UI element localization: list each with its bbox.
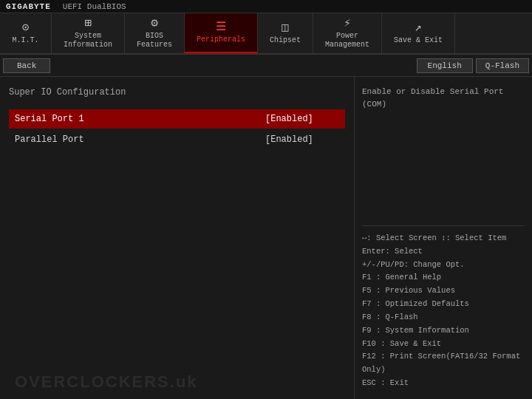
- list-item: F12 : Print Screen(FAT16/32 Format Only): [362, 350, 525, 377]
- nav-item-power[interactable]: ⚡Power Management: [313, 13, 382, 53]
- list-item: F8 : Q-Flash: [362, 311, 525, 324]
- config-name: Parallel Port: [15, 134, 265, 145]
- save-exit-label: Save & Exit: [394, 36, 443, 45]
- system-info-label: System Information: [64, 32, 112, 50]
- main-content: Super IO Configuration Serial Port 1[Ena…: [0, 77, 532, 399]
- peripherals-label: Peripherals: [197, 35, 245, 44]
- toolbar: Back English Q-Flash: [0, 55, 532, 77]
- list-item: Enter: Select: [362, 245, 525, 259]
- back-button[interactable]: Back: [3, 58, 50, 73]
- left-panel: Super IO Configuration Serial Port 1[Ena…: [0, 77, 355, 399]
- power-icon: ⚡: [344, 18, 351, 30]
- chipset-icon: ◫: [282, 22, 289, 34]
- nav-item-peripherals[interactable]: ☰Peripherals: [185, 13, 258, 53]
- qflash-button[interactable]: Q-Flash: [476, 58, 529, 73]
- list-item: F10 : Save & Exit: [362, 338, 525, 351]
- nav-item-system-info[interactable]: ⊞System Information: [52, 13, 125, 53]
- list-item: F7 : Optimized Defaults: [362, 298, 525, 311]
- nav-item-save-exit[interactable]: ↗Save & Exit: [382, 13, 455, 53]
- config-value: [Enabled]: [265, 114, 339, 124]
- peripherals-icon: ☰: [216, 21, 226, 33]
- help-text: Enable or Disable Serial Port (COM): [362, 86, 525, 216]
- nav-bar: ⊙M.I.T.⊞System Information⚙BIOS Features…: [0, 13, 532, 55]
- nav-item-chipset[interactable]: ◫Chipset: [258, 13, 313, 53]
- nav-item-bios-features[interactable]: ⚙BIOS Features: [125, 13, 185, 53]
- chipset-label: Chipset: [270, 36, 301, 45]
- key-hints: ↔: Select Screen ↕: Select ItemEnter: Se…: [362, 225, 525, 390]
- mit-icon: ⊙: [22, 22, 30, 34]
- power-label: Power Management: [325, 32, 369, 50]
- bios-features-icon: ⚙: [151, 18, 158, 30]
- nav-item-mit[interactable]: ⊙M.I.T.: [0, 13, 52, 53]
- list-item: F1 : General Help: [362, 271, 525, 284]
- section-title: Super IO Configuration: [9, 87, 345, 98]
- config-value: [Enabled]: [265, 134, 339, 145]
- table-row[interactable]: Parallel Port[Enabled]: [9, 130, 345, 149]
- list-item: F9 : System Information: [362, 324, 525, 338]
- list-item: ↔: Select Screen ↕: Select Item: [362, 232, 525, 245]
- config-name: Serial Port 1: [15, 114, 265, 124]
- right-panel: Enable or Disable Serial Port (COM) ↔: S…: [355, 77, 532, 399]
- save-exit-icon: ↗: [415, 22, 422, 34]
- top-bar: GIGABYTE UEFI DualBIOS: [0, 0, 532, 13]
- system-info-icon: ⊞: [84, 18, 92, 30]
- bios-features-label: BIOS Features: [137, 32, 172, 50]
- uefi-label: UEFI DualBIOS: [63, 2, 126, 11]
- mit-label: M.I.T.: [12, 36, 38, 45]
- list-item: +/-/PU/PD: Change Opt.: [362, 259, 525, 272]
- list-item: F5 : Previous Values: [362, 284, 525, 298]
- table-row[interactable]: Serial Port 1[Enabled]: [9, 109, 345, 129]
- language-button[interactable]: English: [417, 58, 473, 73]
- brand-logo: GIGABYTE: [6, 2, 51, 11]
- config-rows: Serial Port 1[Enabled]Parallel Port[Enab…: [9, 109, 345, 149]
- list-item: ESC : Exit: [362, 377, 525, 390]
